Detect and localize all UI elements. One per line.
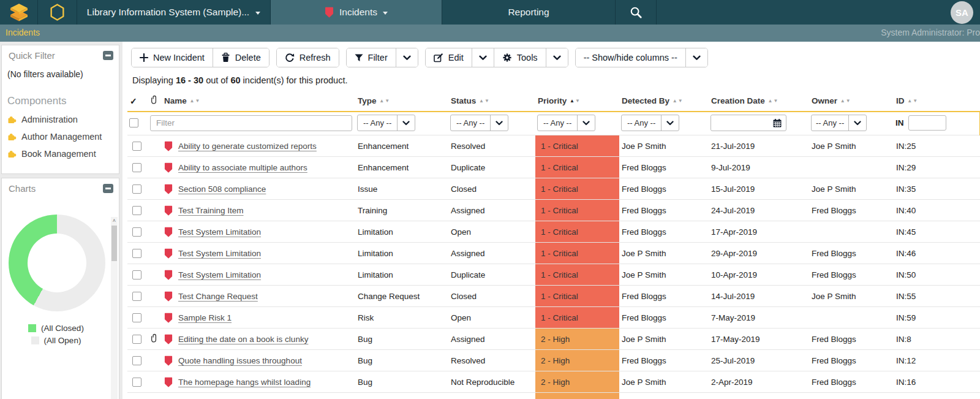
- id-filter-input[interactable]: [908, 115, 946, 131]
- incident-icon: [164, 141, 173, 151]
- delete-button[interactable]: Delete: [213, 48, 269, 67]
- incident-name-link[interactable]: Sample Risk 1: [178, 313, 232, 322]
- table-row: Editing the date on a book is clunky Bug…: [127, 329, 980, 350]
- tools-dropdown-button[interactable]: [546, 48, 568, 67]
- status-cell: Resolved: [448, 135, 535, 157]
- global-search-button[interactable]: [616, 0, 657, 25]
- sort-asc-icon[interactable]: ▲: [768, 98, 773, 104]
- sort-asc-icon[interactable]: ▲: [907, 98, 912, 104]
- sidebar-component-item[interactable]: Author Management: [7, 132, 113, 142]
- column-header-id[interactable]: ID ▲▼: [894, 90, 980, 112]
- sort-desc-icon[interactable]: ▼: [773, 98, 778, 104]
- sort-asc-icon[interactable]: ▲: [673, 98, 677, 104]
- column-header-detected-by[interactable]: Detected By ▲▼: [619, 90, 709, 112]
- column-header-type[interactable]: Type ▲▼: [355, 90, 448, 112]
- row-checkbox[interactable]: [132, 313, 141, 322]
- sidebar-component-item[interactable]: Book Management: [7, 149, 113, 159]
- name-filter-input[interactable]: [150, 115, 352, 131]
- edit-dropdown-button[interactable]: [472, 48, 494, 67]
- incident-name-link[interactable]: Editing the date on a book is clunky: [178, 335, 308, 344]
- refresh-button[interactable]: Refresh: [277, 48, 339, 67]
- incident-name-link[interactable]: Test System Limitation: [178, 227, 261, 237]
- sort-desc-icon[interactable]: ▼: [195, 98, 200, 104]
- status-filter-select[interactable]: -- Any --: [450, 115, 508, 131]
- incident-name-link[interactable]: Test System Limitation: [178, 249, 261, 258]
- user-avatar[interactable]: SA: [951, 1, 973, 24]
- id-cell: IN:16: [894, 371, 980, 393]
- tab-incidents[interactable]: Incidents: [271, 0, 442, 25]
- sort-asc-icon[interactable]: ▲: [840, 98, 845, 104]
- legend-swatch: [28, 324, 36, 332]
- filter-row-checkbox[interactable]: [129, 118, 138, 127]
- sort-desc-icon[interactable]: ▼: [678, 98, 683, 104]
- row-checkbox[interactable]: [132, 378, 141, 387]
- filter-button[interactable]: Filter: [347, 48, 396, 67]
- owner-filter-select[interactable]: -- Any --: [811, 115, 867, 131]
- row-checkbox[interactable]: [132, 142, 141, 151]
- sort-desc-icon[interactable]: ▼: [846, 98, 851, 104]
- workspace-hexagon-button[interactable]: [38, 0, 77, 25]
- scroll-up-arrow-icon[interactable]: ˄: [111, 217, 118, 224]
- sort-asc-icon[interactable]: ▲: [190, 98, 195, 104]
- detected-by-filter-select[interactable]: -- Any --: [621, 115, 679, 131]
- sort-desc-icon[interactable]: ▼: [575, 98, 580, 104]
- filter-dropdown-button[interactable]: [396, 48, 418, 67]
- top-navbar: Library Information System (Sample)... I…: [0, 0, 980, 25]
- detected-by-cell: Joe P Smith: [619, 329, 709, 350]
- new-incident-button[interactable]: New Incident: [132, 48, 213, 67]
- sort-desc-icon[interactable]: ▼: [484, 98, 489, 104]
- type-filter-select[interactable]: -- Any --: [357, 115, 415, 131]
- incident-name-link[interactable]: Test System Limitation: [178, 270, 261, 279]
- column-header-creation-date[interactable]: Creation Date ▲▼: [709, 90, 809, 112]
- sort-asc-icon[interactable]: ▲: [479, 98, 484, 104]
- incident-name-link[interactable]: Quote handling issues throughout: [178, 356, 302, 365]
- row-checkbox[interactable]: [132, 249, 141, 258]
- quick-filter-panel: Quick Filter (No filters available) Comp…: [1, 45, 119, 174]
- sidebar-component-item[interactable]: Administration: [7, 115, 113, 124]
- priority-filter-select[interactable]: -- Any --: [537, 115, 595, 131]
- sort-asc-icon[interactable]: ▲: [570, 98, 575, 104]
- table-row: Ability to associate multiple authors En…: [127, 157, 980, 178]
- collapse-minus-icon[interactable]: [103, 51, 113, 60]
- row-checkbox[interactable]: [132, 292, 141, 301]
- row-checkbox[interactable]: [132, 356, 141, 365]
- priority-cell: 1 - Critical: [535, 178, 619, 200]
- show-hide-columns-dropdown-button[interactable]: [685, 48, 707, 67]
- creation-date-filter[interactable]: [710, 115, 786, 131]
- edit-button[interactable]: Edit: [426, 48, 472, 67]
- row-checkbox[interactable]: [132, 184, 141, 194]
- tab-reporting[interactable]: Reporting: [442, 0, 616, 25]
- row-checkbox[interactable]: [132, 206, 141, 215]
- column-header-owner[interactable]: Owner ▲▼: [809, 90, 894, 112]
- calendar-icon[interactable]: [772, 119, 786, 127]
- collapse-minus-icon[interactable]: [103, 184, 113, 193]
- project-selector[interactable]: Library Information System (Sample)...: [77, 0, 271, 25]
- app-logo[interactable]: [0, 0, 38, 25]
- creation-date-input[interactable]: [711, 116, 772, 130]
- incident-name-link[interactable]: Ability to generate customized reports: [178, 142, 317, 151]
- pagination-summary: Displaying 16 - 30 out of 60 incident(s)…: [132, 75, 980, 85]
- row-checkbox[interactable]: [132, 270, 141, 279]
- tools-button[interactable]: Tools: [494, 48, 546, 67]
- column-header-status[interactable]: Status ▲▼: [448, 90, 535, 112]
- column-header-name[interactable]: Name ▲▼: [162, 90, 355, 112]
- scrollbar-thumb[interactable]: [111, 226, 117, 261]
- select-all-header[interactable]: ✓: [127, 90, 148, 112]
- breadcrumb: Incidents: [6, 28, 40, 37]
- incident-name-link[interactable]: The homepage hangs whilst loading: [178, 378, 311, 387]
- column-header-priority[interactable]: Priority ▲▼: [535, 90, 619, 112]
- show-hide-columns-button[interactable]: -- Show/hide columns --: [576, 48, 685, 67]
- incident-name-link[interactable]: Section 508 compliance: [178, 184, 266, 194]
- sort-asc-icon[interactable]: ▲: [379, 98, 384, 104]
- status-cell: Duplicate: [448, 157, 535, 178]
- incident-name-link[interactable]: Ability to associate multiple authors: [178, 163, 307, 172]
- sort-desc-icon[interactable]: ▼: [913, 98, 918, 104]
- row-checkbox[interactable]: [132, 227, 141, 237]
- charts-scrollbar[interactable]: ˄: [111, 217, 118, 399]
- owner-cell: [809, 221, 894, 243]
- row-checkbox[interactable]: [132, 163, 141, 172]
- row-checkbox[interactable]: [132, 335, 141, 344]
- incident-name-link[interactable]: Test Training Item: [178, 206, 244, 215]
- incident-name-link[interactable]: Test Change Request: [178, 292, 258, 301]
- sort-desc-icon[interactable]: ▼: [385, 98, 390, 104]
